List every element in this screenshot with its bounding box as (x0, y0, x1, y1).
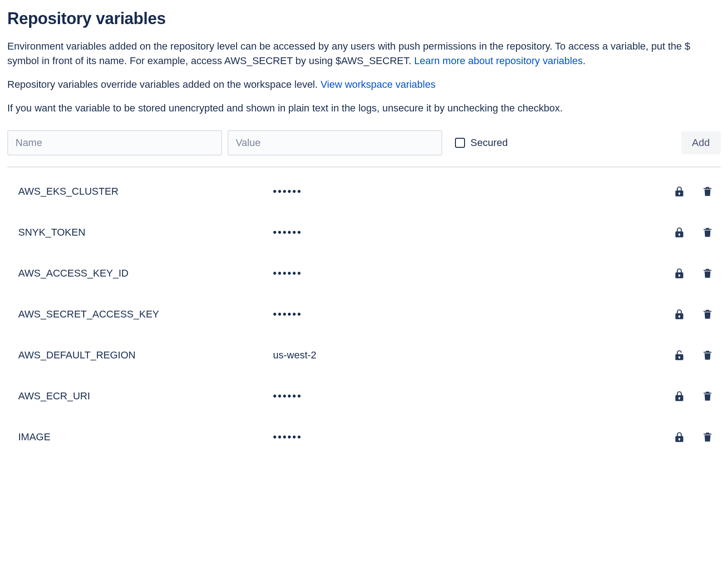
variable-value: •••••• (273, 267, 672, 279)
variable-list: AWS_EKS_CLUSTER••••••SNYK_TOKEN••••••AWS… (7, 171, 721, 458)
variable-name: AWS_DEFAULT_REGION (18, 349, 273, 361)
variable-actions (672, 347, 715, 363)
trash-icon[interactable] (700, 266, 715, 281)
lock-closed-icon[interactable] (672, 388, 687, 404)
variable-row: AWS_ACCESS_KEY_ID•••••• (7, 253, 721, 294)
lock-closed-icon[interactable] (672, 307, 687, 322)
variable-name: AWS_ECR_URI (18, 390, 273, 402)
variable-actions (672, 429, 715, 445)
variable-name: AWS_SECRET_ACCESS_KEY (18, 308, 273, 320)
secured-checkbox[interactable] (455, 138, 465, 148)
variable-actions (672, 266, 715, 281)
secured-checkbox-wrap: Secured (455, 137, 676, 149)
variable-row: AWS_EKS_CLUSTER•••••• (7, 171, 721, 212)
view-workspace-variables-link[interactable]: View workspace variables (320, 79, 435, 90)
variable-actions (672, 388, 715, 404)
variable-name-input[interactable] (7, 130, 222, 156)
variable-actions (672, 307, 715, 322)
trash-icon[interactable] (700, 388, 715, 404)
add-variable-row: Secured Add (7, 130, 721, 167)
variable-name: AWS_ACCESS_KEY_ID (18, 267, 273, 279)
variable-row: AWS_DEFAULT_REGIONus-west-2 (7, 335, 721, 376)
lock-closed-icon[interactable] (672, 266, 687, 281)
trash-icon[interactable] (700, 429, 715, 445)
trash-icon[interactable] (700, 225, 715, 240)
variable-name: SNYK_TOKEN (18, 227, 273, 238)
variable-name: IMAGE (18, 431, 273, 443)
description-text-end: . (583, 55, 586, 66)
lock-closed-icon[interactable] (672, 184, 687, 199)
description-text: Environment variables added on the repos… (7, 40, 690, 66)
variable-value: •••••• (273, 308, 672, 320)
trash-icon[interactable] (700, 347, 715, 363)
variable-row: AWS_ECR_URI•••••• (7, 376, 721, 417)
lock-closed-icon[interactable] (672, 429, 687, 445)
description-paragraph-3: If you want the variable to be stored un… (7, 101, 721, 116)
description-paragraph-2: Repository variables override variables … (7, 77, 721, 92)
variable-actions (672, 225, 715, 240)
lock-closed-icon[interactable] (672, 225, 687, 240)
variable-value: •••••• (273, 431, 672, 443)
trash-icon[interactable] (700, 184, 715, 199)
override-text: Repository variables override variables … (7, 79, 320, 90)
learn-more-link[interactable]: Learn more about repository variables (414, 55, 583, 66)
variable-value: us-west-2 (273, 349, 672, 361)
variable-row: IMAGE•••••• (7, 417, 721, 458)
variable-name: AWS_EKS_CLUSTER (18, 186, 273, 197)
secured-label: Secured (470, 137, 508, 149)
add-button[interactable]: Add (681, 131, 721, 154)
description-paragraph-1: Environment variables added on the repos… (7, 39, 721, 68)
variable-value: •••••• (273, 390, 672, 402)
trash-icon[interactable] (700, 307, 715, 322)
variable-value: •••••• (273, 227, 672, 238)
variable-value: •••••• (273, 186, 672, 197)
variable-value-input[interactable] (228, 130, 442, 156)
lock-open-icon[interactable] (672, 347, 687, 363)
variable-row: SNYK_TOKEN•••••• (7, 212, 721, 253)
variable-actions (672, 184, 715, 199)
variable-row: AWS_SECRET_ACCESS_KEY•••••• (7, 294, 721, 335)
page-title: Repository variables (7, 9, 721, 28)
